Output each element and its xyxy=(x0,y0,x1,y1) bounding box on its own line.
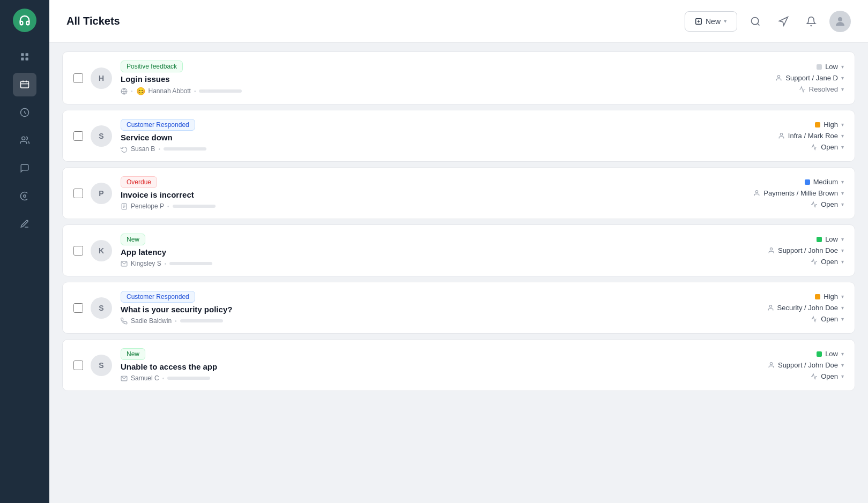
logo[interactable] xyxy=(13,9,36,32)
priority-selector[interactable]: Medium ▾ xyxy=(805,178,844,186)
sidebar-item-tickets[interactable] xyxy=(13,73,36,96)
status-label: Open xyxy=(821,200,838,208)
svg-rect-4 xyxy=(21,81,29,88)
priority-selector[interactable]: Low ▾ xyxy=(817,235,844,243)
dot-separator-2: • xyxy=(162,376,165,381)
status-selector[interactable]: Open ▾ xyxy=(811,200,844,208)
table-row[interactable]: K New App latency Kingsley S • Low ▾ xyxy=(62,224,855,276)
ticket-right-meta: Low ▾ Support / Jane D ▾ Resolved ▾ xyxy=(726,63,844,93)
status-icon xyxy=(811,316,818,322)
ticket-title[interactable]: What is your security policy? xyxy=(121,305,726,314)
ticket-title[interactable]: Service down xyxy=(121,133,726,142)
sidebar-item-4[interactable] xyxy=(13,156,36,180)
ticket-id-placeholder xyxy=(167,377,210,380)
tickets-list: H Positive feedback Login issues •😊 Hann… xyxy=(49,43,868,503)
status-selector[interactable]: Open ▾ xyxy=(811,143,844,151)
ticket-badge-row: Overdue xyxy=(121,176,726,188)
status-icon xyxy=(811,201,818,208)
assignee-selector[interactable]: Payments / Millie Brown ▾ xyxy=(753,189,844,197)
sidebar xyxy=(0,0,49,503)
ticket-right-meta: High ▾ Infra / Mark Roe ▾ Open ▾ xyxy=(726,121,844,151)
avatar-image xyxy=(834,15,847,28)
ticket-checkbox[interactable] xyxy=(73,131,83,141)
status-chevron-icon: ▾ xyxy=(841,316,844,322)
ticket-checkbox[interactable] xyxy=(73,73,83,83)
status-badge: Customer Responded xyxy=(121,291,195,303)
emoji-icon: 😊 xyxy=(136,87,145,95)
sidebar-item-3[interactable] xyxy=(13,129,36,152)
table-row[interactable]: P Overdue Invoice is incorrect Penelope … xyxy=(62,167,855,219)
ticket-title[interactable]: Invoice is incorrect xyxy=(121,190,726,199)
sidebar-item-1[interactable] xyxy=(13,45,36,69)
ticket-meta: Samuel C • xyxy=(121,374,726,382)
priority-selector[interactable]: High ▾ xyxy=(815,292,844,301)
table-row[interactable]: S Customer Responded Service down Susan … xyxy=(62,110,855,162)
announcements-button[interactable] xyxy=(774,12,793,31)
team-chevron-icon: ▾ xyxy=(841,305,844,311)
status-selector[interactable]: Open ▾ xyxy=(811,372,844,380)
ticket-avatar: S xyxy=(91,125,112,147)
priority-dot xyxy=(815,294,820,299)
sidebar-item-6[interactable] xyxy=(13,212,36,236)
priority-selector[interactable]: Low ▾ xyxy=(817,63,844,71)
status-label: Resolved xyxy=(809,85,838,93)
priority-dot xyxy=(815,122,820,127)
ticket-checkbox[interactable] xyxy=(73,189,83,198)
priority-chevron-icon: ▾ xyxy=(841,179,844,185)
dot-separator-2: • xyxy=(167,204,169,209)
notifications-button[interactable] xyxy=(802,12,821,31)
meta-icon xyxy=(121,88,128,95)
new-button[interactable]: New ▾ xyxy=(685,11,737,32)
status-badge: Customer Responded xyxy=(121,119,195,131)
megaphone-icon xyxy=(778,16,789,27)
ticket-title[interactable]: Login issues xyxy=(121,74,726,84)
ticket-title[interactable]: Unable to access the app xyxy=(121,362,726,371)
header-actions: New ▾ xyxy=(685,11,851,32)
person-icon xyxy=(775,74,782,81)
sidebar-item-2[interactable] xyxy=(13,101,36,124)
assignee-name: Susan B xyxy=(131,145,155,153)
svg-rect-2 xyxy=(21,58,24,61)
status-chevron-icon: ▾ xyxy=(841,201,844,207)
status-selector[interactable]: Resolved ▾ xyxy=(799,85,844,93)
status-icon xyxy=(811,373,818,380)
ticket-body: New App latency Kingsley S • xyxy=(121,234,726,267)
assignee-selector[interactable]: Infra / Mark Roe ▾ xyxy=(778,132,844,140)
status-label: Open xyxy=(821,315,838,323)
ticket-checkbox[interactable] xyxy=(73,303,83,313)
ticket-badge-row: Customer Responded xyxy=(121,291,726,303)
status-label: Open xyxy=(821,258,838,266)
assignee-selector[interactable]: Support / John Doe ▾ xyxy=(768,246,844,254)
ticket-body: Overdue Invoice is incorrect Penelope P … xyxy=(121,176,726,210)
ticket-title[interactable]: App latency xyxy=(121,247,726,257)
header: All Tickets New ▾ xyxy=(49,0,868,43)
person-icon xyxy=(768,247,775,254)
ticket-meta: Sadie Baldwin • xyxy=(121,317,726,325)
user-avatar[interactable] xyxy=(829,11,851,32)
ticket-id-placeholder xyxy=(164,147,206,151)
team-label: Support / Jane D xyxy=(785,74,838,82)
assignee-selector[interactable]: Support / Jane D ▾ xyxy=(775,74,844,82)
search-button[interactable] xyxy=(746,12,765,31)
ticket-body: Positive feedback Login issues •😊 Hannah… xyxy=(121,61,726,95)
table-row[interactable]: S New Unable to access the app Samuel C … xyxy=(62,339,855,391)
sidebar-item-5[interactable] xyxy=(13,184,36,208)
status-selector[interactable]: Open ▾ xyxy=(811,315,844,323)
assignee-name: Hannah Abbott xyxy=(149,87,191,95)
priority-selector[interactable]: High ▾ xyxy=(815,121,844,129)
assignee-selector[interactable]: Security / John Doe ▾ xyxy=(767,304,844,312)
status-selector[interactable]: Open ▾ xyxy=(811,258,844,266)
priority-chevron-icon: ▾ xyxy=(841,64,844,70)
chevron-down-icon: ▾ xyxy=(724,18,727,25)
ticket-checkbox[interactable] xyxy=(73,361,83,370)
priority-selector[interactable]: Low ▾ xyxy=(817,350,844,358)
priority-dot xyxy=(805,179,810,185)
person-icon xyxy=(778,132,785,139)
table-row[interactable]: H Positive feedback Login issues •😊 Hann… xyxy=(62,51,855,104)
priority-chevron-icon: ▾ xyxy=(841,351,844,357)
table-row[interactable]: S Customer Responded What is your securi… xyxy=(62,282,855,334)
ticket-checkbox[interactable] xyxy=(73,246,83,256)
priority-label: Low xyxy=(825,235,838,243)
assignee-selector[interactable]: Support / John Doe ▾ xyxy=(768,361,844,369)
status-icon xyxy=(811,258,818,265)
